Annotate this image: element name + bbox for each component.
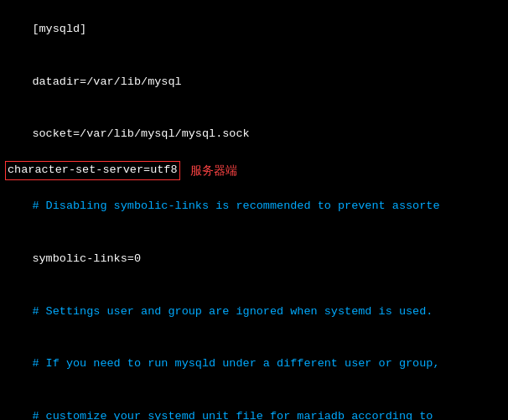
charset-server-value: character-set-server=utf8 <box>5 161 180 180</box>
terminal-window: [mysqld] datadir=/var/lib/mysql socket=/… <box>0 0 508 420</box>
line-mysqld-header: [mysqld] <box>5 3 503 56</box>
line-comment-if: # If you need to run mysqld under a diff… <box>5 339 503 391</box>
line-datadir: datadir=/var/lib/mysql <box>5 56 503 109</box>
line-comment-customize: # customize your systemd unit file for m… <box>5 391 503 420</box>
line-comment-settings: # Settings user and group are ignored wh… <box>5 286 503 339</box>
line-socket: socket=/var/lib/mysql/mysql.sock <box>5 109 503 162</box>
line-symbolic-links: symbolic-links=0 <box>5 233 503 286</box>
line-charset-server: character-set-server=utf8 服务器端 <box>5 161 503 180</box>
annotation-server-label: 服务器端 <box>190 162 237 180</box>
line-comment-symbolic: # Disabling symbolic-links is recommende… <box>5 180 503 233</box>
